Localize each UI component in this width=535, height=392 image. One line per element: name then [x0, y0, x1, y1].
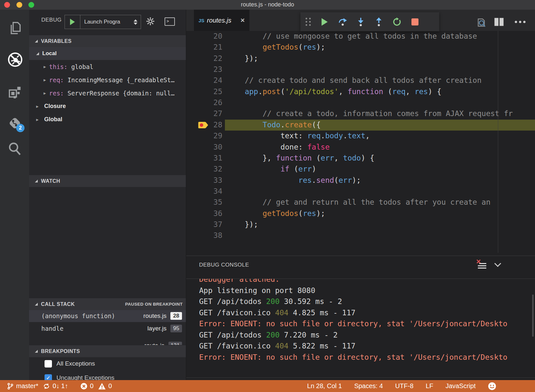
watch-section-header[interactable]: WATCH [29, 175, 186, 187]
code-line[interactable]: 32 if (err) [186, 164, 535, 175]
code-line[interactable]: 23 [186, 64, 535, 75]
stop-button[interactable] [406, 12, 424, 31]
clear-console-icon[interactable]: ✕ [477, 260, 486, 270]
feedback-smiley-icon[interactable] [488, 382, 496, 390]
code-line[interactable]: 34 [186, 186, 535, 197]
start-debug-button[interactable] [65, 15, 80, 29]
errors-item[interactable]: 0 [80, 382, 94, 390]
configure-gear-icon[interactable] [146, 17, 155, 27]
variable-value: ServerResponse {domain: null… [64, 90, 175, 97]
open-preview-icon[interactable] [475, 17, 487, 30]
debug-icon[interactable] [7, 52, 22, 66]
tab-routes-js[interactable]: JS routes.js ✕ [194, 10, 249, 31]
code-line[interactable]: 24 // create todo and send back all todo… [186, 75, 535, 86]
console-scrollbar[interactable] [532, 295, 534, 337]
explorer-icon[interactable] [7, 21, 22, 35]
debug-title: DEBUG [41, 17, 62, 23]
variable-name: req: [49, 76, 64, 83]
editor-group: JS routes.js ✕ [186, 10, 535, 380]
code-line[interactable]: 29 text: req.body.text, [186, 131, 535, 142]
call-stack-section-header[interactable]: CALL STACK PAUSED ON BREAKPOINT [29, 298, 186, 310]
code-line[interactable]: 30 done: false [186, 142, 535, 153]
extensions-icon[interactable] [7, 84, 22, 99]
debug-sidebar-header: DEBUG Launch Progra > [29, 10, 186, 32]
call-stack-frame[interactable]: handlelayer.js95 [29, 322, 186, 335]
scope-global-row[interactable]: ▸Global [29, 113, 186, 126]
branch-icon [7, 383, 14, 390]
code-line[interactable]: 36 getTodos(res); [186, 208, 535, 219]
close-icon[interactable]: ✕ [240, 17, 245, 24]
code-line[interactable]: 22 }); [186, 53, 535, 64]
line-number: 23 [186, 65, 222, 74]
frame-file: layer.js [147, 325, 167, 332]
more-actions-icon[interactable] [514, 19, 526, 25]
code-text: }); [227, 54, 258, 63]
encoding-item[interactable]: UTF-8 [395, 382, 414, 390]
scope-closure-row[interactable]: ▸Closure [29, 100, 186, 113]
frame-function: handle [41, 325, 147, 332]
variable-name: res: [49, 90, 64, 97]
drag-grip-icon[interactable] [306, 18, 311, 26]
call-stack-frame[interactable]: (anonymous function)routes.js28 [29, 309, 186, 322]
breakpoints-section-header[interactable]: BREAKPOINTS [29, 345, 186, 357]
line-number: 25 [186, 87, 222, 96]
console-output[interactable]: Debugger attached.App listening on port … [186, 279, 535, 368]
variable-row[interactable]: ▸res: ServerResponse {domain: null… [29, 86, 186, 100]
code-text: getTodos(res); [227, 43, 325, 51]
console-input-row[interactable]: ❯ process.en [186, 378, 535, 380]
scope-local-row[interactable]: Local [29, 47, 186, 60]
source-control-icon[interactable]: 2 [7, 115, 22, 130]
paused-on-breakpoint-badge: PAUSED ON BREAKPOINT [125, 302, 183, 307]
eol-item[interactable]: LF [426, 382, 433, 390]
language-mode-item[interactable]: JavaScript [446, 382, 476, 390]
code-line[interactable]: 35 // get and return all the todos after… [186, 197, 535, 208]
variable-row[interactable]: ▸req: IncomingMessage {_readableSt… [29, 73, 186, 86]
title-bar: routes.js - node-todo [0, 0, 535, 10]
collapse-panel-icon[interactable] [494, 260, 501, 267]
indentation-item[interactable]: Spaces: 4 [354, 382, 383, 390]
sync-item[interactable]: 0↓ 1↑ [43, 382, 68, 390]
chevron-right-icon: ▸ [44, 64, 49, 70]
code-text: getTodos(res); [227, 209, 325, 218]
checkbox[interactable]: ✓ [45, 374, 52, 380]
breakpoint-toggle-row[interactable]: All Exceptions [29, 357, 186, 370]
line-number: 34 [186, 187, 222, 195]
variable-row[interactable]: ▸this: global [29, 60, 186, 73]
breakpoint-toggle-row[interactable]: ✓Uncaught Exceptions [29, 371, 186, 380]
code-line[interactable]: 33 res.send(err); [186, 175, 535, 186]
console-line: Error: ENOENT: no such file or directory… [186, 318, 535, 329]
activity-bar: 2 [0, 10, 29, 380]
line-number: 20 [186, 32, 222, 40]
js-lang-icon: JS [198, 18, 204, 23]
code-editor[interactable]: 20 // use mongoose to get all todos in t… [186, 31, 535, 253]
variables-section-header[interactable]: VARIABLES [29, 35, 186, 47]
step-out-button[interactable] [370, 12, 388, 31]
code-line[interactable]: 20 // use mongoose to get all todos in t… [186, 31, 535, 42]
launch-config-value: Launch Progra [84, 19, 134, 25]
code-line[interactable]: 27 // create a todo, information comes f… [186, 108, 535, 119]
code-line[interactable]: 28 Todo.create({ [186, 120, 535, 131]
code-line[interactable]: 21 getTodos(res); [186, 42, 535, 53]
breakpoint-label: Uncaught Exceptions [56, 374, 115, 380]
code-line[interactable]: 38 [186, 230, 535, 241]
code-line[interactable]: 25 app.post('/api/todos', function (req,… [186, 86, 535, 97]
cursor-position-item[interactable]: Ln 28, Col 1 [307, 382, 342, 390]
console-line: Debugger attached. [186, 279, 535, 285]
search-icon[interactable] [7, 141, 22, 156]
split-editor-icon[interactable] [493, 17, 505, 28]
code-line[interactable]: 26 [186, 97, 535, 108]
line-number: 33 [186, 176, 222, 184]
open-console-icon[interactable]: > [165, 17, 175, 26]
code-line[interactable]: 31 }, function (err, todo) { [186, 153, 535, 164]
continue-button[interactable] [316, 12, 334, 31]
collapse-triangle-icon [35, 40, 38, 43]
launch-config-select[interactable]: Launch Progra [65, 15, 141, 29]
checkbox[interactable] [45, 360, 52, 368]
step-over-button[interactable] [334, 12, 352, 31]
step-into-button[interactable] [352, 12, 370, 31]
breakpoint-label: All Exceptions [56, 360, 95, 367]
git-branch-item[interactable]: master* [7, 382, 38, 390]
restart-button[interactable] [388, 12, 406, 31]
code-line[interactable]: 37 }); [186, 219, 535, 230]
warnings-item[interactable]: 0 [98, 382, 112, 390]
